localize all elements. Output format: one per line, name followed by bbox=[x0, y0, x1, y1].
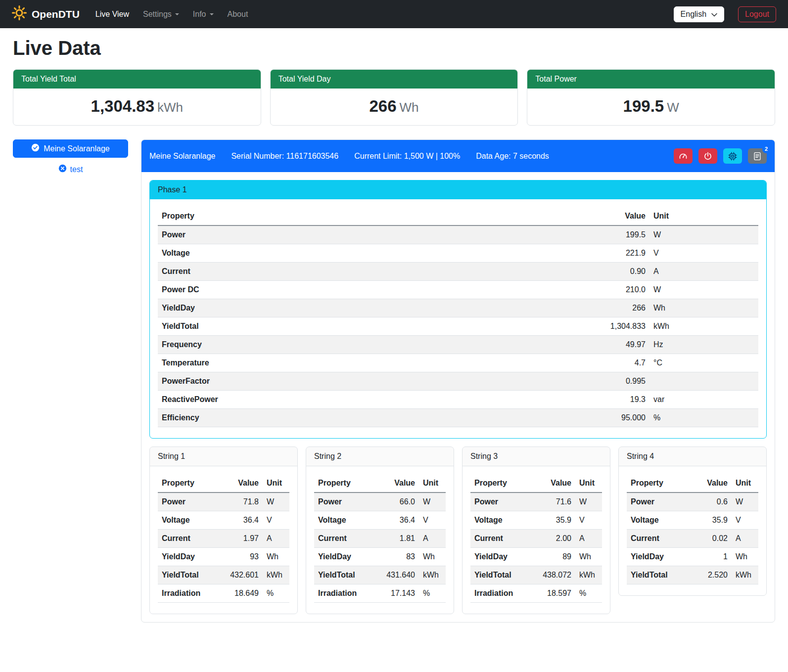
string-table-body: Power 71.8 W Voltage 36.4 V bbox=[158, 493, 289, 603]
inverter-panel-body: Phase 1 Property Value Unit bbox=[141, 172, 775, 622]
table-row: Current 1.97 A bbox=[158, 530, 289, 548]
property-cell: ReactivePower bbox=[158, 391, 580, 409]
property-cell: Power bbox=[158, 225, 580, 244]
unit-cell: W bbox=[649, 281, 758, 299]
col-header-unit: Unit bbox=[263, 474, 289, 493]
navbar: OpenDTU Live View Settings Info About En… bbox=[0, 0, 788, 28]
property-cell: Temperature bbox=[158, 354, 580, 372]
inverter-select-test[interactable]: test bbox=[55, 164, 86, 175]
summary-card-header: Total Yield Total bbox=[13, 70, 261, 89]
value-cell: 17.143 bbox=[380, 584, 419, 603]
table-row: Efficiency 95.000 % bbox=[158, 409, 758, 427]
property-cell: YieldDay bbox=[314, 548, 380, 566]
table-row: YieldDay 83 Wh bbox=[314, 548, 446, 566]
table-row: YieldDay 93 Wh bbox=[158, 548, 289, 566]
value-cell: 0.90 bbox=[580, 263, 649, 281]
table-row: Voltage 36.4 V bbox=[314, 511, 446, 530]
property-cell: Irradiation bbox=[470, 584, 537, 603]
value-cell: 66.0 bbox=[380, 493, 419, 511]
unit-cell: A bbox=[732, 530, 758, 548]
unit-cell: Hz bbox=[649, 336, 758, 354]
unit-cell: V bbox=[263, 511, 289, 530]
string-card-4: String 4 Property Value Unit bbox=[618, 447, 767, 596]
value-cell: 71.8 bbox=[224, 493, 263, 511]
value-cell: 95.000 bbox=[580, 409, 649, 427]
table-row: Voltage 35.9 V bbox=[627, 511, 758, 530]
property-cell: YieldTotal bbox=[470, 566, 537, 584]
property-cell: Power bbox=[158, 493, 224, 511]
event-log-button[interactable]: 2 bbox=[748, 148, 767, 164]
summary-value: 1,304.83 bbox=[91, 97, 154, 115]
value-cell: 1,304.833 bbox=[580, 317, 649, 336]
value-cell: 0.6 bbox=[693, 493, 732, 511]
summary-card-body: 199.5W bbox=[527, 89, 775, 125]
col-header-value: Value bbox=[537, 474, 575, 493]
inverter-serial: Serial Number: 116171603546 bbox=[231, 152, 338, 161]
string-card-2: String 2 Property Value Unit bbox=[306, 447, 454, 614]
x-circle-icon bbox=[58, 164, 67, 175]
property-cell: Power bbox=[627, 493, 693, 511]
dropdown-caret-icon bbox=[210, 13, 214, 15]
value-cell: 1 bbox=[693, 548, 732, 566]
string-card-body: Property Value Unit Power bbox=[619, 466, 766, 595]
property-cell: YieldTotal bbox=[314, 566, 380, 584]
table-header-row: Property Value Unit bbox=[627, 474, 758, 493]
unit-cell: W bbox=[419, 493, 446, 511]
inverter-data-age: Data Age: 7 seconds bbox=[476, 152, 549, 161]
brand-link[interactable]: OpenDTU bbox=[12, 5, 80, 23]
value-cell: 36.4 bbox=[224, 511, 263, 530]
nav-item-about[interactable]: About bbox=[228, 10, 248, 19]
table-row: Current 0.90 A bbox=[158, 263, 758, 281]
property-cell: Current bbox=[627, 530, 693, 548]
language-dropdown[interactable]: English bbox=[674, 6, 724, 22]
table-row: YieldTotal 432.601 kWh bbox=[158, 566, 289, 584]
property-cell: YieldDay bbox=[158, 548, 224, 566]
table-row: Voltage 35.9 V bbox=[470, 511, 602, 530]
nav-item-settings[interactable]: Settings bbox=[143, 10, 179, 19]
nav-item-info[interactable]: Info bbox=[193, 10, 214, 19]
table-header-row: Property Value Unit bbox=[158, 207, 758, 225]
unit-cell: A bbox=[419, 530, 446, 548]
unit-cell: % bbox=[649, 409, 758, 427]
unit-cell: var bbox=[649, 391, 758, 409]
string-card-1: String 1 Property Value Unit bbox=[149, 447, 298, 614]
nav-item-info-label: Info bbox=[193, 10, 206, 19]
col-header-property: Property bbox=[314, 474, 380, 493]
summary-card-body: 266Wh bbox=[271, 89, 518, 125]
property-cell: Irradiation bbox=[158, 584, 224, 603]
table-row: Temperature 4.7 °C bbox=[158, 354, 758, 372]
strings-row: String 1 Property Value Unit bbox=[149, 447, 767, 614]
string-card-header: String 4 bbox=[619, 447, 766, 466]
summary-card-body: 1,304.83kWh bbox=[13, 89, 261, 125]
unit-cell: Wh bbox=[732, 548, 758, 566]
inverter-select-meine-solaranlage[interactable]: Meine Solaranlage bbox=[13, 139, 128, 158]
table-row: Power 66.0 W bbox=[314, 493, 446, 511]
string-table: Property Value Unit Power bbox=[470, 474, 602, 603]
device-info-button[interactable] bbox=[723, 148, 742, 164]
unit-cell: °C bbox=[649, 354, 758, 372]
value-cell: 93 bbox=[224, 548, 263, 566]
navbar-right: English Logout bbox=[674, 6, 776, 22]
property-cell: Power DC bbox=[158, 281, 580, 299]
property-cell: Voltage bbox=[470, 511, 537, 530]
table-row: Current 1.81 A bbox=[314, 530, 446, 548]
table-header-row: Property Value Unit bbox=[314, 474, 446, 493]
main-content: Live Data Total Yield Total 1,304.83kWh … bbox=[0, 37, 788, 623]
col-header-property: Property bbox=[627, 474, 693, 493]
power-toggle-button[interactable] bbox=[698, 148, 717, 164]
nav-item-live-view[interactable]: Live View bbox=[95, 10, 129, 19]
logout-button[interactable]: Logout bbox=[738, 6, 776, 22]
property-cell: Power bbox=[470, 493, 537, 511]
summary-unit: kWh bbox=[157, 100, 183, 115]
limit-settings-button[interactable] bbox=[674, 148, 693, 164]
property-cell: Frequency bbox=[158, 336, 580, 354]
table-row: Power 71.6 W bbox=[470, 493, 602, 511]
string-table-body: Power 0.6 W Voltage 35.9 V bbox=[627, 493, 758, 584]
table-row: Voltage 36.4 V bbox=[158, 511, 289, 530]
phase-table-head: Property Value Unit bbox=[158, 207, 758, 225]
navbar-left: OpenDTU Live View Settings Info About bbox=[12, 5, 248, 23]
value-cell: 0.995 bbox=[580, 372, 649, 391]
inverter-panel-header: Meine Solaranlage Serial Number: 1161716… bbox=[141, 140, 775, 172]
value-cell: 438.072 bbox=[537, 566, 575, 584]
unit-cell: A bbox=[263, 530, 289, 548]
